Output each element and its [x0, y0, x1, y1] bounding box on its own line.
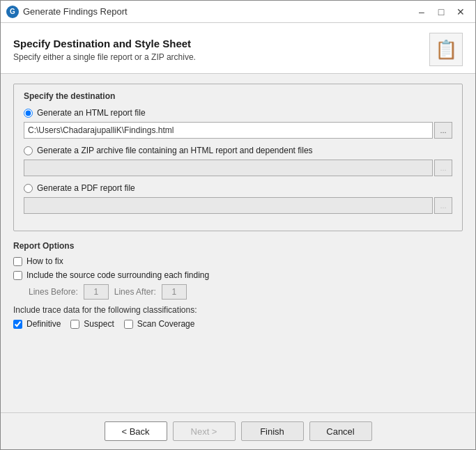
zip-radio[interactable]: [24, 146, 33, 155]
header-title: Specify Destination and Style Sheet: [13, 38, 196, 49]
app-icon: G: [6, 6, 19, 18]
pdf-option-row: Generate a PDF report file: [24, 183, 452, 193]
source-code-checkbox[interactable]: [13, 271, 22, 280]
html-file-input[interactable]: C:\Users\ChadarajupalliK\Findings.html: [24, 122, 433, 139]
maximize-button[interactable]: □: [432, 4, 450, 20]
pdf-browse-button[interactable]: ...: [434, 197, 452, 214]
scan-coverage-row: Scan Coverage: [124, 319, 195, 329]
how-to-fix-label[interactable]: How to fix: [26, 256, 63, 266]
lines-after-input[interactable]: 1: [162, 284, 187, 300]
suspect-checkbox[interactable]: [70, 320, 79, 329]
suspect-label[interactable]: Suspect: [84, 319, 114, 329]
scan-coverage-checkbox[interactable]: [124, 320, 133, 329]
html-browse-button[interactable]: ...: [434, 122, 452, 139]
main-window: G Generate Findings Report – □ ✕ Specify…: [0, 0, 476, 450]
zip-file-input[interactable]: [24, 160, 433, 176]
html-option-row: Generate an HTML report file: [24, 108, 452, 118]
window-controls: – □ ✕: [413, 4, 470, 20]
zip-option-row: Generate a ZIP archive file containing a…: [24, 146, 452, 155]
definitive-row: Definitive: [13, 319, 61, 329]
trace-label: Include trace data for the following cla…: [13, 305, 463, 315]
source-code-row: Include the source code surrounding each…: [13, 270, 463, 280]
content-area: Specify the destination Generate an HTML…: [1, 74, 475, 412]
source-code-label[interactable]: Include the source code surrounding each…: [26, 270, 209, 280]
header-text: Specify Destination and Style Sheet Spec…: [13, 38, 196, 62]
report-options-label: Report Options: [13, 241, 463, 251]
destination-group-label: Specify the destination: [24, 91, 452, 101]
header-subtitle: Specify either a single file report or a…: [13, 52, 196, 62]
header-icon: 📋: [429, 33, 463, 66]
report-icon: 📋: [435, 39, 457, 61]
zip-browse-button[interactable]: ...: [434, 160, 452, 176]
definitive-checkbox[interactable]: [13, 320, 22, 329]
classifications-row: Definitive Suspect Scan Coverage: [13, 319, 463, 329]
next-button[interactable]: Next >: [173, 421, 236, 441]
pdf-radio-label[interactable]: Generate a PDF report file: [37, 183, 135, 193]
suspect-row: Suspect: [70, 319, 114, 329]
header-section: Specify Destination and Style Sheet Spec…: [1, 23, 475, 74]
scan-coverage-label[interactable]: Scan Coverage: [137, 319, 195, 329]
pdf-file-input[interactable]: [24, 197, 433, 214]
html-radio-label[interactable]: Generate an HTML report file: [37, 108, 146, 118]
title-bar: G Generate Findings Report – □ ✕: [1, 1, 475, 23]
window-title: Generate Findings Report: [23, 6, 413, 17]
lines-before-label: Lines Before:: [29, 287, 78, 297]
zip-radio-label[interactable]: Generate a ZIP archive file containing a…: [37, 146, 313, 155]
how-to-fix-row: How to fix: [13, 256, 463, 266]
cancel-button[interactable]: Cancel: [309, 421, 372, 441]
how-to-fix-checkbox[interactable]: [13, 257, 22, 266]
pdf-radio[interactable]: [24, 184, 33, 193]
destination-group: Specify the destination Generate an HTML…: [13, 84, 463, 231]
close-button[interactable]: ✕: [452, 4, 470, 20]
html-radio[interactable]: [24, 109, 33, 118]
lines-after-label: Lines After:: [114, 287, 156, 297]
back-button[interactable]: < Back: [105, 421, 167, 441]
zip-file-row: ...: [24, 160, 452, 176]
html-file-row: C:\Users\ChadarajupalliK\Findings.html .…: [24, 122, 452, 139]
finish-button[interactable]: Finish: [241, 421, 304, 441]
footer: < Back Next > Finish Cancel: [1, 412, 475, 449]
report-options-section: Report Options How to fix Include the so…: [13, 241, 463, 329]
lines-row: Lines Before: 1 Lines After: 1: [29, 284, 463, 300]
minimize-button[interactable]: –: [413, 4, 431, 20]
lines-before-input[interactable]: 1: [84, 284, 109, 300]
pdf-file-row: ...: [24, 197, 452, 214]
definitive-label[interactable]: Definitive: [26, 319, 61, 329]
